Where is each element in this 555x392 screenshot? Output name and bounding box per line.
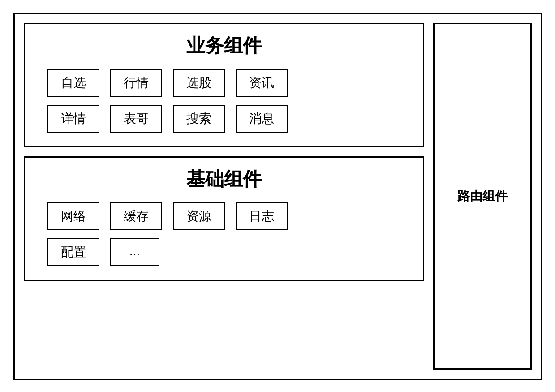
business-grid: 自选 行情 选股 资讯 详情 表哥 搜索 消息 (39, 69, 409, 133)
basic-row-2: 配置 ... (47, 238, 159, 266)
main-container: 业务组件 自选 行情 选股 资讯 详情 表哥 搜索 消息 基础组件 (13, 13, 542, 380)
item-zixun[interactable]: 资讯 (236, 69, 288, 97)
right-panel: 路由组件 (433, 23, 532, 370)
basic-title: 基础组件 (186, 167, 262, 192)
business-row-1: 自选 行情 选股 资讯 (47, 69, 288, 97)
item-sousuo[interactable]: 搜索 (173, 105, 225, 133)
basic-grid: 网络 缓存 资源 日志 配置 ... (39, 202, 409, 266)
item-ziyuan[interactable]: 资源 (173, 202, 225, 230)
item-biaoge[interactable]: 表哥 (110, 105, 162, 133)
business-title: 业务组件 (186, 33, 262, 58)
basic-row-1: 网络 缓存 资源 日志 (47, 202, 288, 230)
item-xiangqing[interactable]: 详情 (47, 105, 99, 133)
basic-section: 基础组件 网络 缓存 资源 日志 配置 ... (24, 156, 424, 281)
business-section: 业务组件 自选 行情 选股 资讯 详情 表哥 搜索 消息 (24, 23, 424, 147)
item-zixuan[interactable]: 自选 (47, 69, 99, 97)
item-etc[interactable]: ... (110, 238, 159, 266)
item-wangluo[interactable]: 网络 (47, 202, 99, 230)
item-hangqing[interactable]: 行情 (110, 69, 162, 97)
item-peizhi[interactable]: 配置 (47, 238, 99, 266)
item-rizhi[interactable]: 日志 (236, 202, 288, 230)
business-row-2: 详情 表哥 搜索 消息 (47, 105, 288, 133)
left-panel: 业务组件 自选 行情 选股 资讯 详情 表哥 搜索 消息 基础组件 (24, 23, 424, 370)
item-xuangu[interactable]: 选股 (173, 69, 225, 97)
item-xiaoxi[interactable]: 消息 (236, 105, 288, 133)
item-huancun[interactable]: 缓存 (110, 202, 162, 230)
routing-label: 路由组件 (457, 188, 508, 205)
